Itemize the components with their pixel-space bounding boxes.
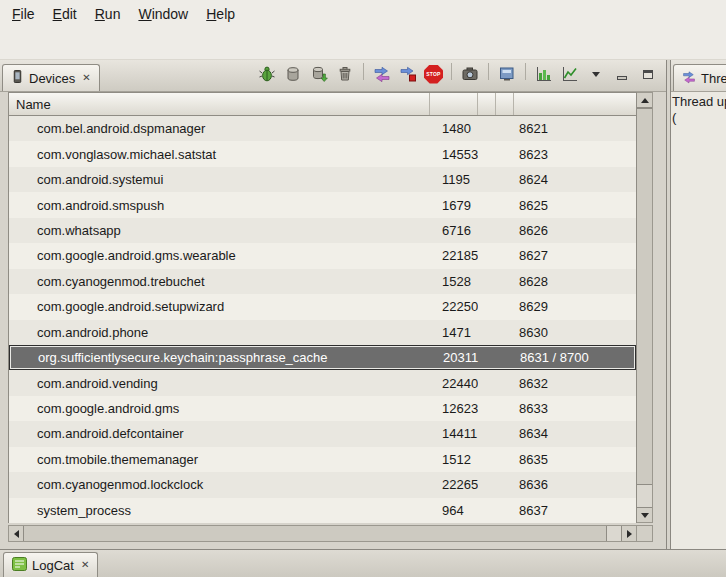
view-menu-icon[interactable] bbox=[586, 64, 606, 84]
cell-port: 8635 bbox=[514, 452, 636, 467]
arrow-up-icon bbox=[641, 98, 649, 103]
cell-name: com.whatsapp bbox=[9, 223, 430, 238]
tab-devices[interactable]: Devices ✕ bbox=[2, 64, 100, 91]
arrow-left-icon bbox=[14, 530, 19, 538]
column-header-port[interactable] bbox=[514, 93, 636, 115]
system-info-icon[interactable] bbox=[497, 64, 517, 84]
vertical-scrollbar[interactable] bbox=[637, 92, 653, 523]
table-row[interactable]: com.cyanogenmod.trebuchet 1528 8628 bbox=[9, 269, 636, 294]
cell-port: 8636 bbox=[514, 477, 636, 492]
cell-name: com.tmobile.thememanager bbox=[9, 452, 430, 467]
method-profiling-icon[interactable] bbox=[398, 64, 418, 84]
toolbar-separator bbox=[525, 63, 526, 80]
bar-chart-icon[interactable] bbox=[534, 64, 554, 84]
horizontal-scroll-thumb[interactable] bbox=[24, 526, 607, 541]
table-header: Name bbox=[9, 93, 636, 116]
cell-port: 8623 bbox=[514, 147, 636, 162]
line-chart-icon[interactable] bbox=[560, 64, 580, 84]
scroll-down-button[interactable] bbox=[637, 507, 652, 522]
cell-pid: 20311 bbox=[431, 350, 479, 365]
cell-port: 8631 / 8700 bbox=[515, 350, 635, 365]
column-header-name[interactable]: Name bbox=[9, 93, 430, 115]
update-threads-icon[interactable] bbox=[372, 64, 392, 84]
close-icon[interactable]: ✕ bbox=[81, 560, 89, 570]
threads-icon bbox=[682, 70, 696, 87]
main-area: Devices ✕ bbox=[0, 60, 726, 549]
column-header-spacer bbox=[478, 93, 496, 115]
table-row[interactable]: com.google.android.gms 12623 8633 bbox=[9, 396, 636, 421]
logcat-icon bbox=[12, 557, 27, 574]
cell-port: 8628 bbox=[514, 274, 636, 289]
cell-pid: 1471 bbox=[430, 325, 478, 340]
cell-port: 8627 bbox=[514, 248, 636, 263]
threads-message-line1: Thread up bbox=[672, 94, 725, 110]
maximize-icon[interactable] bbox=[638, 64, 658, 84]
table-row[interactable]: com.android.systemui 1195 8624 bbox=[9, 167, 636, 192]
cell-pid: 1528 bbox=[430, 274, 478, 289]
table-row[interactable]: org.sufficientlysecure.keychain:passphra… bbox=[9, 345, 636, 370]
toolbar-separator bbox=[488, 63, 489, 80]
vertical-scroll-thumb[interactable] bbox=[637, 108, 652, 485]
stop-process-icon[interactable]: STOP bbox=[424, 65, 443, 84]
cell-pid: 22440 bbox=[430, 376, 478, 391]
menu-file[interactable]: File bbox=[3, 2, 44, 26]
menubar: File Edit Run Window Help bbox=[0, 0, 726, 27]
close-icon[interactable]: ✕ bbox=[82, 73, 90, 83]
cell-pid: 22185 bbox=[430, 248, 478, 263]
cell-name: com.cyanogenmod.lockclock bbox=[9, 477, 430, 492]
tab-threads[interactable]: Threads ✕ bbox=[673, 64, 726, 91]
table-row[interactable]: com.google.android.gms.wearable 22185 86… bbox=[9, 243, 636, 268]
horizontal-scrollbar[interactable] bbox=[8, 525, 637, 542]
threads-panel: Threads ✕ Thread up ( bbox=[670, 60, 726, 549]
devices-panel: Devices ✕ bbox=[0, 60, 667, 549]
devices-toolbar: STOP bbox=[257, 63, 664, 91]
minimize-icon[interactable] bbox=[612, 64, 632, 84]
cell-pid: 964 bbox=[430, 503, 478, 518]
cell-port: 8632 bbox=[514, 376, 636, 391]
cell-name: com.android.systemui bbox=[9, 172, 430, 187]
screen-capture-icon[interactable] bbox=[460, 64, 480, 84]
threads-tabbar: Threads ✕ bbox=[671, 60, 726, 92]
cell-name: com.google.android.gms.wearable bbox=[9, 248, 430, 263]
cell-name: system_process bbox=[9, 503, 430, 518]
scroll-up-button[interactable] bbox=[637, 93, 652, 108]
devices-tabbar: Devices ✕ bbox=[0, 60, 666, 92]
menu-edit[interactable]: Edit bbox=[44, 2, 86, 26]
table-row[interactable]: com.cyanogenmod.lockclock 22265 8636 bbox=[9, 472, 636, 497]
table-row[interactable]: com.google.android.setupwizard 22250 862… bbox=[9, 294, 636, 319]
debug-icon[interactable] bbox=[257, 64, 277, 84]
scroll-left-button[interactable] bbox=[9, 526, 24, 541]
cell-name: com.android.defcontainer bbox=[9, 426, 430, 441]
device-icon bbox=[11, 70, 24, 86]
cell-port: 8625 bbox=[514, 198, 636, 213]
table-row[interactable]: com.tmobile.thememanager 1512 8635 bbox=[9, 447, 636, 472]
horizontal-scroll-trough[interactable] bbox=[607, 526, 621, 541]
device-table: Name com.bel.android.dspmanager 1480 862… bbox=[8, 92, 666, 523]
menu-window[interactable]: Window bbox=[129, 2, 197, 26]
table-row[interactable]: com.android.vending 22440 8632 bbox=[9, 370, 636, 395]
menu-run[interactable]: Run bbox=[86, 2, 130, 26]
table-row[interactable]: com.android.smspush 1679 8625 bbox=[9, 192, 636, 217]
cell-port: 8629 bbox=[514, 299, 636, 314]
menu-help[interactable]: Help bbox=[197, 2, 244, 26]
cell-pid: 22250 bbox=[430, 299, 478, 314]
dump-hprof-icon[interactable] bbox=[309, 64, 329, 84]
table-row[interactable]: com.whatsapp 6716 8626 bbox=[9, 218, 636, 243]
table-row[interactable]: com.android.phone 1471 8630 bbox=[9, 320, 636, 345]
cell-pid: 14411 bbox=[430, 426, 478, 441]
table-row[interactable]: com.bel.android.dspmanager 1480 8621 bbox=[9, 116, 636, 141]
scroll-right-button[interactable] bbox=[621, 526, 636, 541]
cause-gc-icon[interactable] bbox=[335, 64, 355, 84]
main-toolbar bbox=[0, 27, 726, 60]
tab-logcat[interactable]: LogCat ✕ bbox=[3, 552, 98, 577]
cell-pid: 22265 bbox=[430, 477, 478, 492]
column-header-pid[interactable] bbox=[430, 93, 478, 115]
cell-port: 8634 bbox=[514, 426, 636, 441]
table-row[interactable]: com.vonglasow.michael.satstat 14553 8623 bbox=[9, 141, 636, 166]
table-row[interactable]: system_process 964 8637 bbox=[9, 498, 636, 523]
update-heap-icon[interactable] bbox=[283, 64, 303, 84]
cell-port: 8621 bbox=[514, 121, 636, 136]
table-row[interactable]: com.android.defcontainer 14411 8634 bbox=[9, 421, 636, 446]
threads-message: Thread up ( bbox=[671, 92, 726, 549]
cell-port: 8626 bbox=[514, 223, 636, 238]
